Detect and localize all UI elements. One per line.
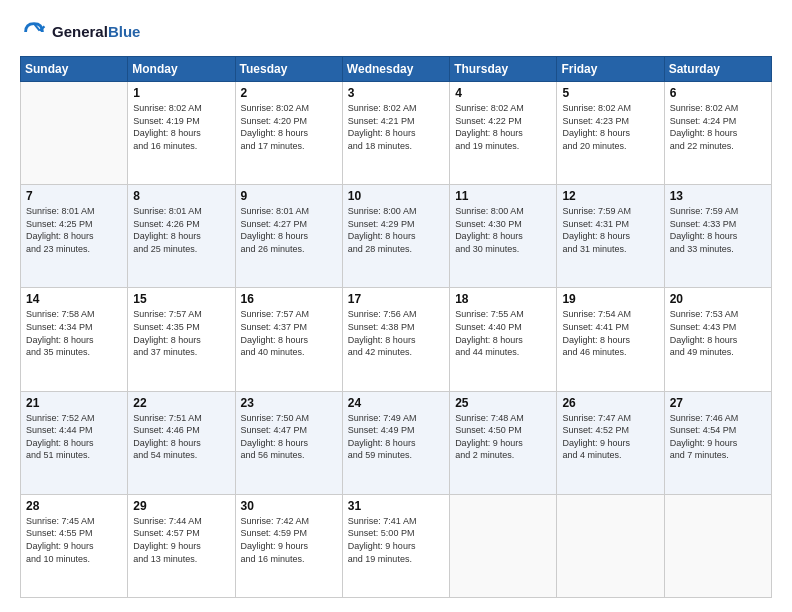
day-info: Sunrise: 7:50 AM Sunset: 4:47 PM Dayligh… — [241, 412, 337, 462]
logo-icon — [20, 18, 48, 46]
day-info: Sunrise: 7:55 AM Sunset: 4:40 PM Dayligh… — [455, 308, 551, 358]
day-info: Sunrise: 7:57 AM Sunset: 4:35 PM Dayligh… — [133, 308, 229, 358]
calendar-cell: 28Sunrise: 7:45 AM Sunset: 4:55 PM Dayli… — [21, 494, 128, 597]
day-info: Sunrise: 7:49 AM Sunset: 4:49 PM Dayligh… — [348, 412, 444, 462]
calendar-cell: 4Sunrise: 8:02 AM Sunset: 4:22 PM Daylig… — [450, 82, 557, 185]
day-number: 12 — [562, 189, 658, 203]
calendar-cell: 26Sunrise: 7:47 AM Sunset: 4:52 PM Dayli… — [557, 391, 664, 494]
calendar-cell — [21, 82, 128, 185]
calendar-cell: 13Sunrise: 7:59 AM Sunset: 4:33 PM Dayli… — [664, 185, 771, 288]
day-number: 7 — [26, 189, 122, 203]
calendar-week-row: 1Sunrise: 8:02 AM Sunset: 4:19 PM Daylig… — [21, 82, 772, 185]
day-info: Sunrise: 7:59 AM Sunset: 4:31 PM Dayligh… — [562, 205, 658, 255]
day-number: 30 — [241, 499, 337, 513]
calendar-weekday-saturday: Saturday — [664, 57, 771, 82]
day-number: 4 — [455, 86, 551, 100]
day-info: Sunrise: 8:02 AM Sunset: 4:19 PM Dayligh… — [133, 102, 229, 152]
calendar-cell: 9Sunrise: 8:01 AM Sunset: 4:27 PM Daylig… — [235, 185, 342, 288]
header: GeneralBlue — [20, 18, 772, 46]
calendar-week-row: 21Sunrise: 7:52 AM Sunset: 4:44 PM Dayli… — [21, 391, 772, 494]
calendar-cell: 31Sunrise: 7:41 AM Sunset: 5:00 PM Dayli… — [342, 494, 449, 597]
calendar-cell: 20Sunrise: 7:53 AM Sunset: 4:43 PM Dayli… — [664, 288, 771, 391]
day-info: Sunrise: 7:44 AM Sunset: 4:57 PM Dayligh… — [133, 515, 229, 565]
day-info: Sunrise: 7:59 AM Sunset: 4:33 PM Dayligh… — [670, 205, 766, 255]
calendar-cell — [664, 494, 771, 597]
day-info: Sunrise: 7:42 AM Sunset: 4:59 PM Dayligh… — [241, 515, 337, 565]
day-number: 21 — [26, 396, 122, 410]
day-info: Sunrise: 7:51 AM Sunset: 4:46 PM Dayligh… — [133, 412, 229, 462]
day-info: Sunrise: 8:02 AM Sunset: 4:23 PM Dayligh… — [562, 102, 658, 152]
day-info: Sunrise: 7:48 AM Sunset: 4:50 PM Dayligh… — [455, 412, 551, 462]
day-number: 19 — [562, 292, 658, 306]
day-number: 11 — [455, 189, 551, 203]
day-number: 22 — [133, 396, 229, 410]
page: GeneralBlue SundayMondayTuesdayWednesday… — [0, 0, 792, 612]
calendar-cell: 8Sunrise: 8:01 AM Sunset: 4:26 PM Daylig… — [128, 185, 235, 288]
day-number: 25 — [455, 396, 551, 410]
calendar-weekday-friday: Friday — [557, 57, 664, 82]
day-info: Sunrise: 8:01 AM Sunset: 4:26 PM Dayligh… — [133, 205, 229, 255]
day-number: 5 — [562, 86, 658, 100]
calendar-cell: 19Sunrise: 7:54 AM Sunset: 4:41 PM Dayli… — [557, 288, 664, 391]
calendar-cell: 12Sunrise: 7:59 AM Sunset: 4:31 PM Dayli… — [557, 185, 664, 288]
day-number: 20 — [670, 292, 766, 306]
calendar-cell: 3Sunrise: 8:02 AM Sunset: 4:21 PM Daylig… — [342, 82, 449, 185]
calendar-cell: 27Sunrise: 7:46 AM Sunset: 4:54 PM Dayli… — [664, 391, 771, 494]
day-number: 9 — [241, 189, 337, 203]
calendar-cell: 24Sunrise: 7:49 AM Sunset: 4:49 PM Dayli… — [342, 391, 449, 494]
day-info: Sunrise: 7:54 AM Sunset: 4:41 PM Dayligh… — [562, 308, 658, 358]
day-number: 27 — [670, 396, 766, 410]
calendar-cell: 10Sunrise: 8:00 AM Sunset: 4:29 PM Dayli… — [342, 185, 449, 288]
calendar-cell: 30Sunrise: 7:42 AM Sunset: 4:59 PM Dayli… — [235, 494, 342, 597]
day-info: Sunrise: 7:53 AM Sunset: 4:43 PM Dayligh… — [670, 308, 766, 358]
calendar-header-row: SundayMondayTuesdayWednesdayThursdayFrid… — [21, 57, 772, 82]
calendar-cell: 21Sunrise: 7:52 AM Sunset: 4:44 PM Dayli… — [21, 391, 128, 494]
day-info: Sunrise: 8:00 AM Sunset: 4:30 PM Dayligh… — [455, 205, 551, 255]
calendar-weekday-monday: Monday — [128, 57, 235, 82]
day-number: 13 — [670, 189, 766, 203]
calendar-week-row: 14Sunrise: 7:58 AM Sunset: 4:34 PM Dayli… — [21, 288, 772, 391]
logo: GeneralBlue — [20, 18, 140, 46]
day-info: Sunrise: 7:46 AM Sunset: 4:54 PM Dayligh… — [670, 412, 766, 462]
calendar-week-row: 7Sunrise: 8:01 AM Sunset: 4:25 PM Daylig… — [21, 185, 772, 288]
calendar-table: SundayMondayTuesdayWednesdayThursdayFrid… — [20, 56, 772, 598]
logo-text: GeneralBlue — [52, 23, 140, 40]
day-info: Sunrise: 7:56 AM Sunset: 4:38 PM Dayligh… — [348, 308, 444, 358]
calendar-cell: 14Sunrise: 7:58 AM Sunset: 4:34 PM Dayli… — [21, 288, 128, 391]
calendar-cell: 11Sunrise: 8:00 AM Sunset: 4:30 PM Dayli… — [450, 185, 557, 288]
day-number: 26 — [562, 396, 658, 410]
calendar-weekday-tuesday: Tuesday — [235, 57, 342, 82]
day-info: Sunrise: 7:52 AM Sunset: 4:44 PM Dayligh… — [26, 412, 122, 462]
calendar-cell: 1Sunrise: 8:02 AM Sunset: 4:19 PM Daylig… — [128, 82, 235, 185]
calendar-cell: 17Sunrise: 7:56 AM Sunset: 4:38 PM Dayli… — [342, 288, 449, 391]
day-info: Sunrise: 7:58 AM Sunset: 4:34 PM Dayligh… — [26, 308, 122, 358]
day-info: Sunrise: 8:02 AM Sunset: 4:24 PM Dayligh… — [670, 102, 766, 152]
day-info: Sunrise: 7:41 AM Sunset: 5:00 PM Dayligh… — [348, 515, 444, 565]
calendar-weekday-sunday: Sunday — [21, 57, 128, 82]
calendar-cell: 7Sunrise: 8:01 AM Sunset: 4:25 PM Daylig… — [21, 185, 128, 288]
day-info: Sunrise: 7:47 AM Sunset: 4:52 PM Dayligh… — [562, 412, 658, 462]
day-info: Sunrise: 8:02 AM Sunset: 4:21 PM Dayligh… — [348, 102, 444, 152]
calendar-weekday-thursday: Thursday — [450, 57, 557, 82]
day-number: 3 — [348, 86, 444, 100]
calendar-cell — [450, 494, 557, 597]
day-number: 23 — [241, 396, 337, 410]
day-info: Sunrise: 8:02 AM Sunset: 4:20 PM Dayligh… — [241, 102, 337, 152]
day-number: 6 — [670, 86, 766, 100]
day-number: 14 — [26, 292, 122, 306]
day-number: 17 — [348, 292, 444, 306]
day-number: 18 — [455, 292, 551, 306]
day-number: 2 — [241, 86, 337, 100]
day-number: 28 — [26, 499, 122, 513]
calendar-cell: 2Sunrise: 8:02 AM Sunset: 4:20 PM Daylig… — [235, 82, 342, 185]
calendar-cell: 25Sunrise: 7:48 AM Sunset: 4:50 PM Dayli… — [450, 391, 557, 494]
day-info: Sunrise: 8:01 AM Sunset: 4:25 PM Dayligh… — [26, 205, 122, 255]
day-number: 31 — [348, 499, 444, 513]
calendar-cell — [557, 494, 664, 597]
day-info: Sunrise: 8:00 AM Sunset: 4:29 PM Dayligh… — [348, 205, 444, 255]
day-info: Sunrise: 8:01 AM Sunset: 4:27 PM Dayligh… — [241, 205, 337, 255]
day-number: 29 — [133, 499, 229, 513]
calendar-cell: 5Sunrise: 8:02 AM Sunset: 4:23 PM Daylig… — [557, 82, 664, 185]
calendar-cell: 18Sunrise: 7:55 AM Sunset: 4:40 PM Dayli… — [450, 288, 557, 391]
day-info: Sunrise: 7:45 AM Sunset: 4:55 PM Dayligh… — [26, 515, 122, 565]
